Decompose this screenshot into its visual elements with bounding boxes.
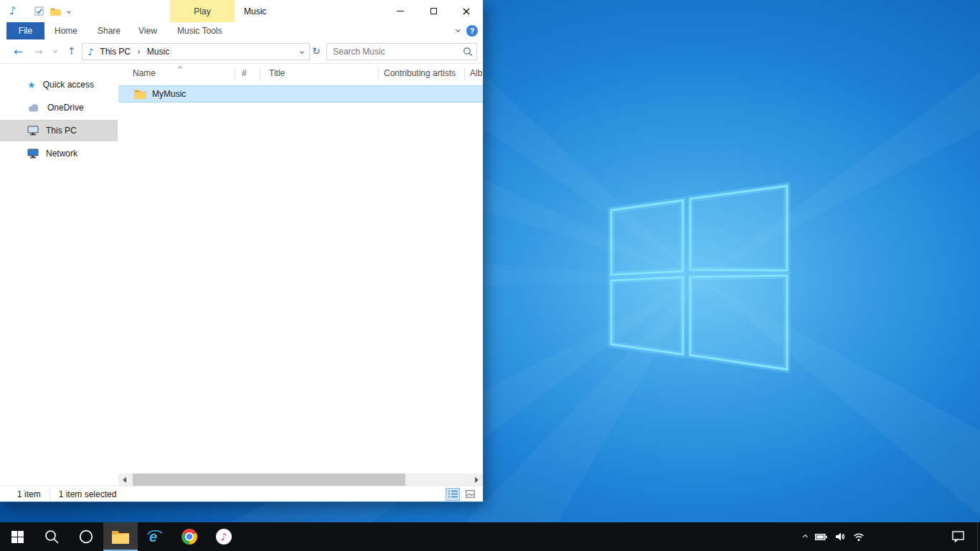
column-header-name[interactable]: Name bbox=[133, 64, 156, 83]
new-folder-icon[interactable] bbox=[50, 7, 61, 16]
forward-button[interactable]: → bbox=[34, 45, 43, 58]
quick-access-star-icon: ★ bbox=[27, 80, 36, 90]
file-row-mymusic[interactable]: MyMusic bbox=[118, 85, 483, 103]
window-title: Music bbox=[244, 6, 266, 17]
file-explorer-window: ♪ Play Music × File Home Share View Musi… bbox=[0, 0, 484, 502]
onedrive-cloud-icon bbox=[27, 103, 40, 112]
network-icon bbox=[27, 149, 39, 159]
itunes-icon: ♪ bbox=[216, 529, 232, 545]
navigation-pane: ★ Quick access OneDrive This PC bbox=[0, 64, 118, 474]
back-button[interactable]: ← bbox=[14, 45, 23, 58]
details-view-icon bbox=[448, 490, 458, 498]
scroll-right-button[interactable] bbox=[471, 474, 483, 486]
chrome-icon bbox=[182, 529, 197, 545]
show-hidden-icons-chevron[interactable] bbox=[803, 534, 808, 539]
windows-start-icon bbox=[11, 531, 24, 543]
contextual-tab-play[interactable]: Play bbox=[170, 0, 235, 22]
show-desktop-button[interactable] bbox=[977, 522, 980, 551]
tab-music-tools[interactable]: Music Tools bbox=[177, 22, 222, 39]
ribbon-tab-row: File Home Share View Music Tools ? bbox=[0, 22, 483, 39]
cortana-button[interactable] bbox=[69, 522, 103, 551]
address-bar[interactable]: ♪ This PC › Music bbox=[82, 43, 310, 60]
column-divider[interactable] bbox=[378, 67, 379, 80]
sidebar-item-this-pc[interactable]: This PC bbox=[0, 120, 118, 141]
start-button[interactable] bbox=[0, 522, 34, 551]
breadcrumb-music[interactable]: Music bbox=[147, 47, 169, 57]
taskbar-file-explorer-button[interactable] bbox=[103, 522, 138, 551]
sidebar-item-quick-access[interactable]: ★ Quick access bbox=[0, 74, 118, 95]
properties-icon[interactable] bbox=[34, 6, 44, 16]
search-icon bbox=[44, 529, 60, 545]
tab-share[interactable]: Share bbox=[98, 22, 121, 39]
maximize-icon bbox=[430, 8, 437, 14]
sidebar-item-label: Network bbox=[46, 149, 77, 159]
column-header-title[interactable]: Title bbox=[269, 64, 285, 83]
minimize-button[interactable] bbox=[384, 0, 417, 22]
quick-access-toolbar bbox=[34, 6, 70, 16]
file-name: MyMusic bbox=[152, 89, 186, 99]
taskbar-internet-explorer-button[interactable]: e bbox=[138, 522, 172, 551]
file-explorer-icon bbox=[111, 529, 130, 545]
taskbar-itunes-button[interactable]: ♪ bbox=[207, 522, 241, 551]
sidebar-item-label: This PC bbox=[46, 126, 77, 136]
sidebar-item-label: OneDrive bbox=[47, 103, 84, 113]
breadcrumb-this-pc[interactable]: This PC bbox=[100, 47, 131, 57]
column-header-album[interactable]: Alb bbox=[470, 64, 482, 83]
sort-ascending-icon bbox=[178, 66, 182, 70]
system-tray bbox=[804, 522, 864, 551]
search-icon[interactable] bbox=[459, 47, 476, 57]
search-input[interactable] bbox=[327, 47, 459, 57]
action-center-icon bbox=[952, 531, 964, 542]
column-divider[interactable] bbox=[235, 67, 235, 80]
music-folder-icon: ♪ bbox=[9, 4, 17, 17]
titlebar[interactable]: ♪ Play Music × bbox=[0, 0, 483, 22]
tab-view[interactable]: View bbox=[138, 22, 157, 39]
scrollbar-thumb[interactable] bbox=[133, 474, 405, 486]
column-divider[interactable] bbox=[260, 67, 260, 80]
address-music-icon: ♪ bbox=[88, 47, 93, 57]
status-divider bbox=[50, 489, 50, 499]
large-icons-view-button[interactable] bbox=[463, 488, 477, 501]
recent-locations-icon[interactable] bbox=[53, 49, 57, 53]
volume-icon[interactable] bbox=[835, 532, 845, 542]
tab-home[interactable]: Home bbox=[55, 22, 77, 39]
taskbar-chrome-button[interactable] bbox=[172, 522, 207, 551]
folder-icon bbox=[134, 89, 146, 99]
sidebar-item-network[interactable]: Network bbox=[0, 143, 118, 164]
close-icon: × bbox=[461, 6, 471, 17]
column-header-contributing-artists[interactable]: Contributing artists bbox=[384, 64, 456, 83]
search-box bbox=[326, 43, 477, 60]
taskbar: e ♪ bbox=[0, 522, 980, 551]
wifi-icon[interactable] bbox=[853, 532, 864, 542]
refresh-button[interactable]: ↻ bbox=[312, 45, 321, 57]
item-count: 1 item bbox=[17, 489, 41, 499]
battery-icon[interactable] bbox=[815, 533, 827, 541]
horizontal-scrollbar[interactable] bbox=[118, 474, 483, 486]
selection-count: 1 item selected bbox=[59, 489, 117, 499]
view-toggles bbox=[446, 488, 477, 501]
minimize-icon bbox=[397, 11, 404, 11]
sidebar-item-label: Quick access bbox=[43, 80, 94, 90]
help-button[interactable]: ? bbox=[466, 25, 478, 37]
action-center-button[interactable] bbox=[943, 522, 973, 551]
taskbar-search-button[interactable] bbox=[34, 522, 69, 551]
tab-file[interactable]: File bbox=[6, 22, 44, 39]
close-button[interactable]: × bbox=[450, 0, 483, 22]
large-icons-view-icon bbox=[466, 490, 475, 498]
details-view-button[interactable] bbox=[446, 488, 460, 501]
breadcrumb-separator-icon: › bbox=[137, 47, 141, 57]
navigation-bar: ← → ↑ ♪ This PC › Music ↻ bbox=[0, 39, 483, 64]
maximize-button[interactable] bbox=[417, 0, 450, 22]
customize-quick-access-icon[interactable] bbox=[67, 9, 71, 14]
internet-explorer-icon: e bbox=[146, 528, 164, 545]
column-divider[interactable] bbox=[464, 67, 465, 80]
up-button[interactable]: ↑ bbox=[67, 45, 76, 57]
column-header-number[interactable]: # bbox=[242, 64, 247, 83]
sidebar-item-onedrive[interactable]: OneDrive bbox=[0, 97, 118, 118]
expand-ribbon-icon[interactable] bbox=[456, 27, 461, 32]
scroll-left-button[interactable] bbox=[118, 474, 131, 486]
cortana-icon bbox=[78, 529, 94, 545]
this-pc-icon bbox=[27, 126, 39, 136]
window-controls: × bbox=[384, 0, 483, 22]
address-dropdown-button[interactable] bbox=[295, 44, 309, 60]
